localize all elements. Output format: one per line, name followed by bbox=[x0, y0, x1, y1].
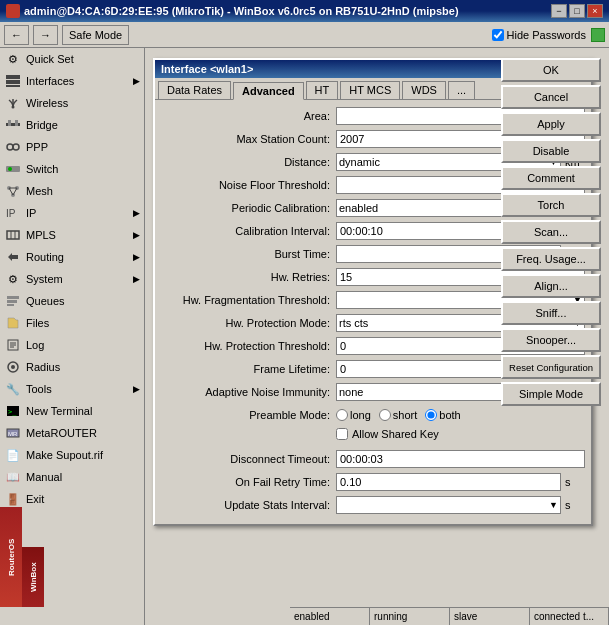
sidebar-item-wireless[interactable]: Wireless bbox=[0, 92, 144, 114]
tools-icon: 🔧 bbox=[4, 381, 22, 397]
apply-button[interactable]: Apply bbox=[501, 112, 601, 136]
metarouter-icon: MR bbox=[4, 425, 22, 441]
routing-icon bbox=[4, 249, 22, 265]
sidebar-item-manual[interactable]: 📖 Manual bbox=[0, 466, 144, 488]
svg-point-11 bbox=[14, 167, 18, 171]
log-icon bbox=[4, 337, 22, 353]
window-controls: − □ × bbox=[551, 4, 603, 18]
on-fail-retry-row: On Fail Retry Time: s bbox=[161, 472, 585, 492]
align-button[interactable]: Align... bbox=[501, 274, 601, 298]
sidebar-item-log[interactable]: Log bbox=[0, 334, 144, 356]
supout-icon: 📄 bbox=[4, 447, 22, 463]
adaptive-noise-label: Adaptive Noise Immunity: bbox=[161, 386, 336, 398]
svg-point-30 bbox=[11, 365, 15, 369]
forward-btn[interactable]: → bbox=[33, 25, 58, 45]
gear-icon: ⚙ bbox=[4, 51, 22, 67]
tab-more[interactable]: ... bbox=[448, 81, 475, 99]
svg-text:>_: >_ bbox=[8, 408, 17, 416]
sidebar-item-ppp[interactable]: PPP bbox=[0, 136, 144, 158]
svg-line-17 bbox=[13, 188, 17, 195]
tab-data-rates[interactable]: Data Rates bbox=[158, 81, 231, 99]
hw-protection-threshold-label: Hw. Protection Threshold: bbox=[161, 340, 336, 352]
svg-rect-0 bbox=[6, 75, 20, 79]
sidebar-item-system[interactable]: ⚙ System ▶ bbox=[0, 268, 144, 290]
periodic-calibration-label: Periodic Calibration: bbox=[161, 202, 336, 214]
sidebar-item-mpls[interactable]: MPLS ▶ bbox=[0, 224, 144, 246]
svg-point-3 bbox=[12, 106, 15, 109]
hide-passwords-check[interactable]: Hide Passwords bbox=[492, 28, 605, 42]
tab-ht-mcs[interactable]: HT MCS bbox=[340, 81, 400, 99]
svg-point-10 bbox=[8, 167, 12, 171]
tab-advanced[interactable]: Advanced bbox=[233, 82, 304, 100]
toolbar: ← → Safe Mode Hide Passwords bbox=[0, 22, 609, 48]
status-bar: enabled running slave connected t... bbox=[290, 607, 609, 625]
preamble-short-radio[interactable]: short bbox=[379, 409, 417, 421]
hw-protection-mode-label: Hw. Protection Mode: bbox=[161, 317, 336, 329]
update-stats-select[interactable]: ▼ bbox=[336, 496, 561, 514]
routeros-label: RouterOS bbox=[0, 507, 22, 607]
cancel-button[interactable]: Cancel bbox=[501, 85, 601, 109]
torch-button[interactable]: Torch bbox=[501, 193, 601, 217]
on-fail-retry-input[interactable] bbox=[336, 473, 561, 491]
hw-retries-label: Hw. Retries: bbox=[161, 271, 336, 283]
on-fail-retry-unit: s bbox=[565, 476, 585, 488]
sidebar-item-routing[interactable]: Routing ▶ bbox=[0, 246, 144, 268]
sidebar-item-make-supout[interactable]: 📄 Make Supout.rif bbox=[0, 444, 144, 466]
reset-config-button[interactable]: Reset Configuration bbox=[501, 355, 601, 379]
ppp-icon bbox=[4, 139, 22, 155]
disconnect-timeout-input[interactable] bbox=[336, 450, 585, 468]
wireless-icon bbox=[4, 95, 22, 111]
scan-button[interactable]: Scan... bbox=[501, 220, 601, 244]
simple-mode-button[interactable]: Simple Mode bbox=[501, 382, 601, 406]
preamble-both-radio[interactable]: both bbox=[425, 409, 460, 421]
sidebar-item-switch[interactable]: Switch bbox=[0, 158, 144, 180]
sidebar-item-queues[interactable]: Queues bbox=[0, 290, 144, 312]
preamble-long-radio[interactable]: long bbox=[336, 409, 371, 421]
tab-wds[interactable]: WDS bbox=[402, 81, 446, 99]
allow-shared-key-row: Allow Shared Key bbox=[161, 428, 585, 440]
calibration-interval-label: Calibration Interval: bbox=[161, 225, 336, 237]
disable-button[interactable]: Disable bbox=[501, 139, 601, 163]
status-slave: slave bbox=[450, 608, 530, 625]
safe-mode-btn[interactable]: Safe Mode bbox=[62, 25, 129, 45]
content-area: Interface <wlan1> × Data Rates Advanced … bbox=[145, 48, 609, 625]
interfaces-icon bbox=[4, 73, 22, 89]
sidebar-item-mesh[interactable]: Mesh bbox=[0, 180, 144, 202]
exit-icon: 🚪 bbox=[4, 491, 22, 507]
tab-ht[interactable]: HT bbox=[306, 81, 339, 99]
sidebar-item-radius[interactable]: Radius bbox=[0, 356, 144, 378]
minimize-btn[interactable]: − bbox=[551, 4, 567, 18]
main-layout: ⚙ Quick Set Interfaces ▶ Wireless bbox=[0, 48, 609, 625]
max-station-count-label: Max Station Count: bbox=[161, 133, 336, 145]
preamble-mode-group: long short both bbox=[336, 409, 461, 421]
files-icon bbox=[4, 315, 22, 331]
radius-icon bbox=[4, 359, 22, 375]
sniff-button[interactable]: Sniff... bbox=[501, 301, 601, 325]
on-fail-retry-label: On Fail Retry Time: bbox=[161, 476, 336, 488]
snooper-button[interactable]: Snooper... bbox=[501, 328, 601, 352]
svg-rect-24 bbox=[7, 304, 14, 306]
ok-button[interactable]: OK bbox=[501, 58, 601, 82]
sidebar-item-quick-set[interactable]: ⚙ Quick Set bbox=[0, 48, 144, 70]
sidebar-item-files[interactable]: Files bbox=[0, 312, 144, 334]
comment-button[interactable]: Comment bbox=[501, 166, 601, 190]
allow-shared-key-checkbox[interactable] bbox=[336, 428, 348, 440]
close-btn[interactable]: × bbox=[587, 4, 603, 18]
sidebar-item-bridge[interactable]: Bridge bbox=[0, 114, 144, 136]
freq-usage-button[interactable]: Freq. Usage... bbox=[501, 247, 601, 271]
bridge-icon bbox=[4, 117, 22, 133]
sidebar-item-interfaces[interactable]: Interfaces ▶ bbox=[0, 70, 144, 92]
sidebar-item-tools[interactable]: 🔧 Tools ▶ bbox=[0, 378, 144, 400]
back-btn[interactable]: ← bbox=[4, 25, 29, 45]
status-connected: connected t... bbox=[530, 608, 609, 625]
noise-floor-label: Noise Floor Threshold: bbox=[161, 179, 336, 191]
preamble-mode-row: Preamble Mode: long short both bbox=[161, 405, 585, 425]
status-enabled: enabled bbox=[290, 608, 370, 625]
update-stats-unit: s bbox=[565, 499, 585, 511]
sidebar-item-metarouter[interactable]: MR MetaROUTER bbox=[0, 422, 144, 444]
sidebar-item-new-terminal[interactable]: >_ New Terminal bbox=[0, 400, 144, 422]
area-label: Area: bbox=[161, 110, 336, 122]
sidebar-item-ip[interactable]: IP IP ▶ bbox=[0, 202, 144, 224]
svg-point-7 bbox=[7, 144, 13, 150]
maximize-btn[interactable]: □ bbox=[569, 4, 585, 18]
